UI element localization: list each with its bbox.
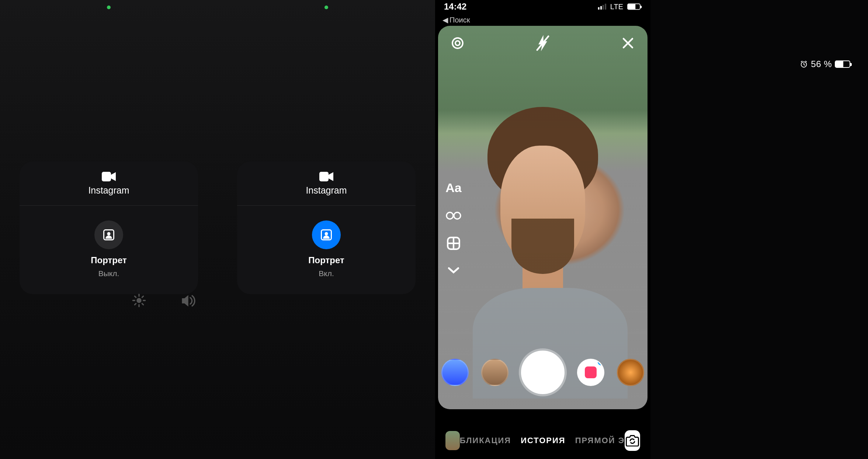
mode-selector[interactable]: БЛИКАЦИЯ ИСТОРИЯ ПРЯМОЙ Э <box>460 436 625 445</box>
svg-point-48 <box>107 232 111 236</box>
panel-app-label: Instagram <box>306 185 347 196</box>
video-effects-on-screenshot: Instagram Портрет Вкл. <box>218 0 435 459</box>
status-time: 14:42 <box>444 1 466 12</box>
video-effects-panel: Instagram Портрет Выкл. <box>20 161 198 294</box>
svg-rect-49 <box>319 172 329 181</box>
cellular-signal-icon <box>598 4 606 10</box>
text-tool-button[interactable]: Aa <box>445 181 461 195</box>
story-top-controls <box>435 33 650 53</box>
filter-thumb[interactable] <box>481 359 508 386</box>
portrait-state: Вкл. <box>319 269 334 278</box>
settings-button[interactable] <box>448 33 468 53</box>
back-label: Поиск <box>449 16 470 24</box>
status-bar: 14:42 LTE <box>435 1 650 12</box>
svg-rect-46 <box>102 172 111 181</box>
privacy-dot <box>107 6 111 9</box>
back-to-search[interactable]: ◀ Поиск <box>442 15 470 24</box>
panel-app-label: Instagram <box>88 185 129 196</box>
filter-thumb[interactable] <box>617 359 644 386</box>
chevron-left-icon: ◀ <box>442 15 448 24</box>
video-icon <box>102 172 116 181</box>
battery-icon <box>835 60 850 68</box>
flash-off-button[interactable] <box>533 33 553 53</box>
mode-post[interactable]: БЛИКАЦИЯ <box>460 436 511 445</box>
instagram-story-screenshot: 14:42 LTE ◀ Поиск Aa <box>435 0 650 459</box>
svg-point-57 <box>447 212 453 219</box>
alarm-icon <box>800 60 808 68</box>
battery-icon <box>627 4 640 10</box>
speaker-icon <box>180 294 195 308</box>
video-icon <box>319 172 333 181</box>
layout-button[interactable] <box>447 236 461 250</box>
svg-line-18 <box>135 296 136 297</box>
svg-point-51 <box>325 232 328 236</box>
video-effects-off-screenshot: Instagram Портрет Выкл. <box>0 0 218 459</box>
portrait-toggle[interactable] <box>312 220 341 249</box>
shutter-button[interactable] <box>521 351 565 394</box>
portrait-toggle[interactable] <box>94 220 123 249</box>
privacy-dot <box>324 6 328 9</box>
selfie-preview <box>473 107 613 387</box>
battery-percent: 56 % <box>811 59 832 69</box>
svg-line-21 <box>142 296 143 297</box>
mode-story[interactable]: ИСТОРИЯ <box>521 436 565 445</box>
svg-line-20 <box>135 303 136 305</box>
more-tools-button[interactable] <box>447 267 460 274</box>
story-bottom-bar: БЛИКАЦИЯ ИСТОРИЯ ПРЯМОЙ Э <box>435 430 650 451</box>
portrait-state: Выкл. <box>98 269 119 278</box>
sun-icon <box>132 293 146 308</box>
camera-switch-button[interactable] <box>625 430 640 451</box>
filter-carousel[interactable] <box>435 351 650 394</box>
svg-point-13 <box>136 298 141 303</box>
network-label: LTE <box>610 3 623 11</box>
video-effects-panel: Instagram Портрет Вкл. <box>237 161 416 294</box>
filter-thumb[interactable] <box>577 359 604 386</box>
mode-live[interactable]: ПРЯМОЙ Э <box>575 436 625 445</box>
svg-point-53 <box>455 41 460 45</box>
svg-point-52 <box>452 38 463 48</box>
svg-point-58 <box>454 212 461 219</box>
svg-line-19 <box>142 303 143 305</box>
filter-thumb[interactable] <box>441 359 469 386</box>
boomerang-button[interactable] <box>445 211 462 220</box>
gallery-button[interactable] <box>445 431 460 450</box>
portrait-title: Портрет <box>308 255 344 265</box>
story-tools-sidebar: Aa <box>445 181 462 274</box>
close-button[interactable] <box>618 33 638 53</box>
portrait-title: Портрет <box>91 255 126 265</box>
